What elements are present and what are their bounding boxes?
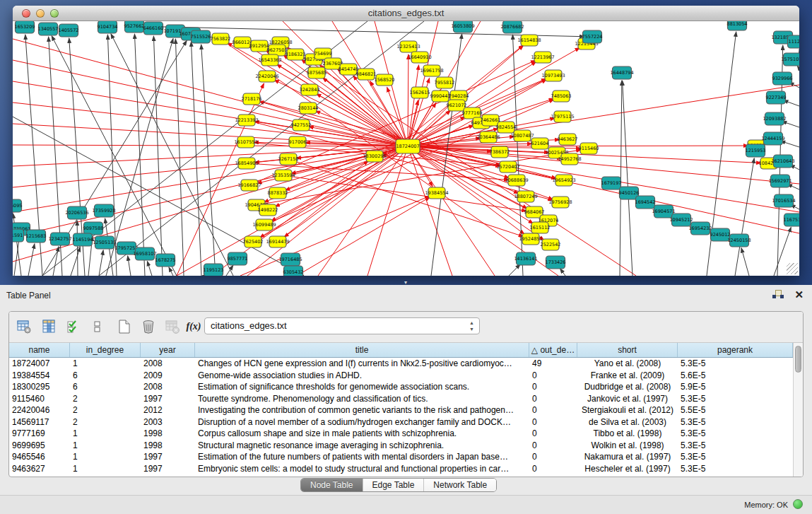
- table-cell[interactable]: 2003: [141, 416, 195, 428]
- graph-node[interactable]: 12342757: [48, 233, 71, 245]
- table-cell[interactable]: 0: [529, 440, 577, 452]
- table-row[interactable]: 1456911722003Disruption of a novel membe…: [9, 416, 793, 428]
- table-cell[interactable]: 9465546: [9, 451, 70, 463]
- graph-node[interactable]: 391591: [13, 229, 24, 242]
- delete-table-icon[interactable]: [163, 317, 182, 336]
- table-cell[interactable]: 6: [70, 381, 141, 393]
- table-cell[interactable]: 1997: [141, 393, 195, 405]
- graph-node[interactable]: 8186323: [286, 49, 306, 60]
- graph-node[interactable]: 18300295: [363, 151, 386, 162]
- table-cell[interactable]: Jankovic et al. (1997): [577, 393, 678, 405]
- table-cell[interactable]: 14569117: [9, 416, 70, 428]
- table-cell[interactable]: Franke et al. (2009): [577, 370, 678, 382]
- table-cell[interactable]: Dudbridge et al. (2008): [577, 381, 678, 393]
- column-header-name[interactable]: name: [9, 343, 70, 357]
- table-cell[interactable]: 0: [529, 451, 577, 463]
- graph-node[interactable]: 16961758: [420, 65, 443, 76]
- graph-node[interactable]: 12353594: [271, 170, 295, 181]
- table-cell[interactable]: 5.5E-5: [678, 404, 793, 416]
- graph-node[interactable]: 12505135: [93, 236, 116, 249]
- table-cell[interactable]: 5.3E-5: [678, 463, 793, 475]
- graph-node[interactable]: 10688639: [505, 175, 528, 186]
- graph-node[interactable]: 1679197: [601, 177, 622, 189]
- table-row[interactable]: 2242004622012Investigating the contribut…: [9, 404, 793, 416]
- window-resize-grip[interactable]: [787, 263, 798, 274]
- graph-node[interactable]: 1405572: [59, 24, 79, 37]
- graph-node[interactable]: 1145194: [73, 233, 93, 246]
- graph-node[interactable]: 12450158: [727, 234, 751, 247]
- graph-node[interactable]: 16640910: [408, 52, 431, 63]
- column-header-out_de[interactable]: △ out_de…: [529, 343, 577, 357]
- graph-node[interactable]: 2718176: [242, 93, 262, 105]
- table-cell[interactable]: 49: [529, 358, 577, 370]
- graph-node[interactable]: 2803144: [298, 103, 319, 114]
- column-header-pagerank[interactable]: pagerank: [678, 343, 793, 357]
- table-cell[interactable]: 5.3E-5: [678, 358, 793, 370]
- table-cell[interactable]: 6: [70, 370, 141, 382]
- graph-node[interactable]: 2522542: [541, 239, 561, 250]
- table-cell[interactable]: 18724007: [9, 358, 70, 370]
- table-cell[interactable]: Nakamura et al. (1997): [577, 451, 678, 463]
- table-cell[interactable]: 1: [70, 358, 141, 370]
- table-cell[interactable]: 1997: [141, 451, 195, 463]
- table-cell[interactable]: 2008: [141, 381, 195, 393]
- graph-node[interactable]: 20206536: [65, 206, 88, 219]
- table-cell[interactable]: 2008: [141, 358, 195, 370]
- graph-node[interactable]: 1167538: [784, 214, 799, 226]
- graph-node[interactable]: 9104734: [98, 21, 118, 33]
- graph-node[interactable]: 7485063: [551, 90, 572, 102]
- tab-node-table[interactable]: Node Table: [301, 479, 363, 491]
- graph-node[interactable]: 12325413: [396, 41, 420, 52]
- graph-node[interactable]: 22420046: [255, 71, 278, 82]
- table-cell[interactable]: 1: [70, 428, 141, 440]
- graph-node[interactable]: 16448794: [610, 66, 633, 79]
- graph-node[interactable]: 10973493: [541, 70, 565, 81]
- graph-node[interactable]: 16958107: [133, 247, 156, 260]
- graph-node[interactable]: 12444159: [761, 132, 784, 145]
- table-cell[interactable]: 5.3E-5: [678, 393, 793, 405]
- tab-network-table[interactable]: Network Table: [424, 479, 496, 491]
- graph-node[interactable]: 16954232: [688, 222, 712, 235]
- graph-node[interactable]: 2516095: [13, 199, 22, 212]
- table-mode-icon[interactable]: [15, 317, 33, 336]
- graph-node[interactable]: 1653209: [15, 21, 35, 33]
- graph-node[interactable]: 621604: [531, 138, 549, 149]
- table-cell[interactable]: 5.3E-5: [678, 440, 793, 452]
- table-cell[interactable]: de Silva et al. (2003): [577, 416, 678, 428]
- graph-node[interactable]: 16210643: [771, 155, 794, 168]
- table-cell[interactable]: 5.9E-5: [678, 381, 793, 393]
- graph-node[interactable]: 1562615: [410, 87, 430, 98]
- table-cell[interactable]: Hescheler et al. (1997): [577, 463, 678, 475]
- graph-node[interactable]: 17975115: [551, 111, 574, 122]
- column-header-year[interactable]: year: [141, 343, 195, 357]
- graph-node[interactable]: 7515526: [191, 30, 211, 43]
- table-cell[interactable]: 0: [529, 428, 577, 440]
- graph-node[interactable]: 9857771: [228, 252, 248, 265]
- table-cell[interactable]: Estimation of significance thresholds fo…: [195, 381, 529, 393]
- table-cell[interactable]: 1997: [141, 463, 195, 475]
- table-cell[interactable]: 0: [529, 404, 577, 416]
- table-cell[interactable]: Tibbo et al. (1998): [577, 428, 678, 440]
- graph-node[interactable]: 6466160: [143, 22, 164, 35]
- graph-node[interactable]: 9427552: [291, 119, 312, 131]
- graph-node[interactable]: 5875685: [307, 67, 327, 78]
- graph-node[interactable]: 16854905: [235, 158, 258, 169]
- graph-node[interactable]: 15751074: [781, 53, 799, 66]
- graph-node[interactable]: 1215683: [26, 230, 47, 243]
- graph-node[interactable]: 16053809: [451, 21, 474, 33]
- graph-node[interactable]: 10807487: [510, 130, 534, 141]
- table-cell[interactable]: Yano et al. (2008): [577, 358, 678, 370]
- table-row[interactable]: 1872400712008Changes of HCN gene express…: [9, 358, 793, 370]
- graph-node[interactable]: 3267150: [278, 153, 299, 165]
- graph-node[interactable]: 20364486: [476, 132, 500, 143]
- table-cell[interactable]: 2009: [141, 370, 195, 382]
- table-cell[interactable]: Genome-wide association studies in ADHD.: [195, 370, 529, 382]
- graph-node[interactable]: 12093882: [763, 112, 786, 125]
- table-row[interactable]: 911546021997Tourette syndrome. Phenomeno…: [9, 393, 793, 405]
- table-selector-dropdown[interactable]: citations_edges.txt ▲▼: [204, 317, 480, 334]
- network-window-titlebar[interactable]: citations_edges.txt: [13, 6, 799, 21]
- graph-node[interactable]: 917006: [289, 136, 307, 148]
- table-cell[interactable]: Changes of HCN gene expression and I(f) …: [195, 358, 529, 370]
- table-scrollbar-thumb[interactable]: [795, 346, 801, 373]
- delete-column-icon[interactable]: [139, 317, 158, 336]
